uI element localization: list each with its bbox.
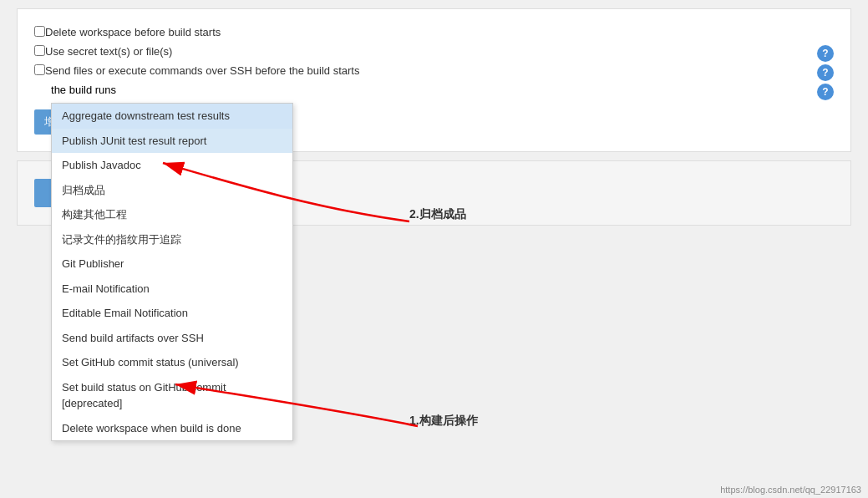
delete-workspace-checkbox[interactable]	[34, 26, 45, 37]
annotation-1-text: 1.构建后操作	[409, 414, 478, 429]
checkbox-row-1: Delete workspace before build starts	[34, 26, 834, 38]
checkbox-row-3: Send files or execute commands over SSH …	[34, 64, 834, 77]
inline-text-row: the build runs ?	[51, 84, 834, 96]
dropdown-item-junit[interactable]: Publish JUnit test result report	[52, 129, 292, 154]
dropdown-item-send-artifacts[interactable]: Send build artifacts over SSH	[52, 326, 292, 351]
inline-build-text: the build runs	[51, 84, 116, 96]
dropdown-menu: Aggregate downstream test results Publis…	[51, 103, 293, 441]
dropdown-item-build-other[interactable]: 构建其他工程	[52, 202, 292, 227]
use-secret-checkbox[interactable]	[34, 45, 45, 56]
dropdown-item-github-deprecated[interactable]: Set build status on GitHub commit [depre…	[52, 375, 292, 416]
help-icon-2[interactable]: ?	[817, 45, 834, 62]
dropdown-item-delete-workspace[interactable]: Delete workspace when build is done	[52, 416, 292, 441]
dropdown-item-git-publisher[interactable]: Git Publisher	[52, 252, 292, 277]
annotation-2-text: 2.归档成品	[409, 207, 466, 222]
help-icon-inline[interactable]: ?	[817, 84, 834, 100]
watermark: https://blog.csdn.net/qq_22917163	[720, 485, 861, 495]
dropdown-item-github-status[interactable]: Set GitHub commit status (universal)	[52, 350, 292, 375]
use-secret-label: Use secret text(s) or file(s)	[45, 45, 172, 58]
main-panel: Delete workspace before build starts Use…	[17, 8, 851, 152]
delete-workspace-label: Delete workspace before build starts	[45, 26, 221, 38]
help-icon-3[interactable]: ?	[817, 64, 834, 81]
dropdown-item-javadoc[interactable]: Publish Javadoc	[52, 153, 292, 178]
dropdown-item-aggregate[interactable]: Aggregate downstream test results	[52, 104, 292, 129]
dropdown-item-archive[interactable]: 归档成品	[52, 178, 292, 203]
dropdown-item-email[interactable]: E-mail Notification	[52, 277, 292, 302]
dropdown-item-editable-email[interactable]: Editable Email Notification	[52, 301, 292, 326]
send-files-checkbox[interactable]	[34, 64, 45, 75]
inline-build-text-main: he build runs	[54, 84, 116, 96]
send-files-label: Send files or execute commands over SSH …	[45, 64, 359, 77]
dropdown-item-fingerprint[interactable]: 记录文件的指纹用于追踪	[52, 227, 292, 252]
checkbox-row-2: Use secret text(s) or file(s) ?	[34, 45, 834, 58]
